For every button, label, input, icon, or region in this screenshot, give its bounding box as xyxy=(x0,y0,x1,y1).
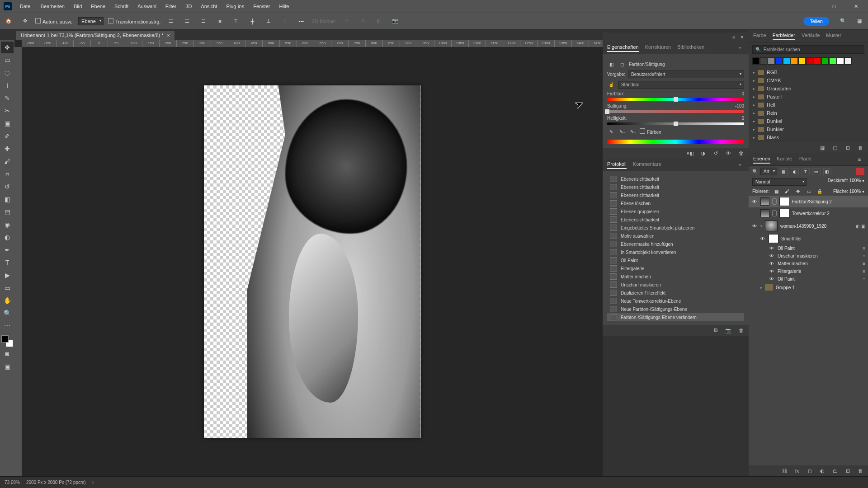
history-item[interactable]: Neue Tonwertkorrektur-Ebene xyxy=(607,297,744,305)
menu-fenster[interactable]: Fenster xyxy=(250,2,274,11)
eye-icon[interactable]: 👁 xyxy=(769,246,775,251)
sample-eyedropper-icon[interactable]: ✎ xyxy=(607,128,615,135)
reset-icon[interactable]: ↺ xyxy=(712,150,720,157)
eraser-tool[interactable]: ◧ xyxy=(1,193,14,205)
gradient-tool[interactable]: ▤ xyxy=(1,206,14,218)
layer-style-icon[interactable]: fx xyxy=(793,467,801,474)
menu-auswahl[interactable]: Auswahl xyxy=(134,2,160,11)
smart-badge-icon[interactable]: ◐ ▣ xyxy=(856,224,865,229)
eye-icon[interactable]: 👁 xyxy=(769,253,775,258)
history-item[interactable]: Ebenensichtbarkeit xyxy=(607,216,744,224)
filter-blend-icon[interactable]: ≡ xyxy=(863,253,865,258)
delete-swatch-icon[interactable]: 🗑 xyxy=(856,144,864,151)
swatch-folder[interactable]: ▸Pastell xyxy=(749,93,868,101)
swatch[interactable] xyxy=(791,57,798,65)
subtract-eyedropper-icon[interactable]: ✎₋ xyxy=(629,128,637,135)
new-group-icon[interactable]: ▢ xyxy=(831,144,839,151)
create-document-from-state-icon[interactable]: 🖻 xyxy=(712,327,720,334)
link-icon[interactable] xyxy=(772,198,777,205)
new-layer-icon[interactable]: ⊞ xyxy=(844,467,852,474)
filter-type-icon[interactable]: T xyxy=(802,168,810,175)
swatch[interactable] xyxy=(821,57,829,65)
mask-thumb[interactable] xyxy=(779,197,789,206)
eye-icon[interactable]: 👁 xyxy=(769,277,775,282)
hue-slider[interactable]: Farbton:0 xyxy=(607,91,744,101)
menu-hilfe[interactable]: Hilfe xyxy=(275,2,292,11)
panel-menu-icon[interactable]: ≡ xyxy=(736,44,744,52)
layer-row[interactable]: 👁 ▾ woman-1439909_1920 ◐ ▣ xyxy=(749,219,868,233)
layer-tree[interactable]: 👁 Farbton/Sättigung 2 Tonwertkorrektur 2… xyxy=(749,196,868,465)
delete-layer-icon[interactable]: 🗑 xyxy=(856,467,864,474)
move-tool[interactable]: ✥ xyxy=(1,42,14,53)
new-group-icon[interactable]: 🗀 xyxy=(831,467,839,474)
color-range-dropdown[interactable]: Standard xyxy=(618,81,744,89)
type-tool[interactable]: T xyxy=(1,257,14,268)
swatch-folder[interactable]: ▸Dunkel xyxy=(749,117,868,125)
smartfilter-item[interactable]: 👁Filtergalerie≡ xyxy=(749,267,868,275)
minimize-button[interactable]: — xyxy=(804,4,821,9)
marquee-tool[interactable]: ◌ xyxy=(1,67,14,79)
more-icon[interactable]: ••• xyxy=(295,15,307,27)
share-button[interactable]: Teilen xyxy=(803,17,829,26)
layer-name[interactable]: Gruppe 1 xyxy=(776,285,795,290)
kind-filter-dropdown[interactable]: Art xyxy=(760,168,777,175)
screen-mode-icon[interactable]: ▣ xyxy=(1,361,14,372)
swatch[interactable] xyxy=(783,57,790,65)
lock-position-icon[interactable]: ✥ xyxy=(794,188,802,195)
history-item[interactable]: Ebenen gruppieren xyxy=(607,207,744,216)
close-button[interactable]: ✕ xyxy=(847,4,864,9)
distribute-icon[interactable]: ≡ xyxy=(214,15,226,27)
quick-mask-icon[interactable]: ◙ xyxy=(1,348,14,360)
shape-tool[interactable]: ▭ xyxy=(1,282,14,294)
close-panel-icon[interactable]: × xyxy=(738,33,746,41)
lock-transparent-icon[interactable]: ▦ xyxy=(772,188,780,195)
zoom-readout[interactable]: 73,08% xyxy=(5,480,20,485)
menu-bild[interactable]: Bild xyxy=(70,2,85,11)
history-brush-tool[interactable]: ↺ xyxy=(1,181,14,192)
search-icon[interactable]: 🔍 xyxy=(837,15,849,27)
saturation-thumb[interactable] xyxy=(605,109,609,114)
align-left-icon[interactable]: ☰ xyxy=(165,15,177,27)
lock-artboard-icon[interactable]: ▭ xyxy=(805,188,813,195)
link-icon[interactable] xyxy=(772,210,777,216)
blur-tool[interactable]: ◉ xyxy=(1,219,14,230)
lightness-thumb[interactable] xyxy=(674,122,678,126)
history-list[interactable]: EbenensichtbarkeitEbenensichtbarkeitEben… xyxy=(603,171,749,325)
tab-eigenschaften[interactable]: Eigenschaften xyxy=(607,44,639,52)
history-item[interactable]: Duplizieren Filtereffekt xyxy=(607,289,744,297)
swatch-folder[interactable]: ▸Rein xyxy=(749,109,868,117)
history-item[interactable]: Ebenensichtbarkeit xyxy=(607,183,744,191)
align-center-icon[interactable]: ☰ xyxy=(181,15,193,27)
healing-tool[interactable]: ✚ xyxy=(1,143,14,155)
artboard-tool[interactable]: ▭ xyxy=(1,54,14,66)
workspace-icon[interactable]: ▦ xyxy=(854,15,865,27)
history-item[interactable]: Oil Paint xyxy=(607,256,744,264)
swatch[interactable] xyxy=(837,57,844,65)
saturation-slider[interactable]: Sättigung:-100 xyxy=(607,103,744,113)
swatch-folder[interactable]: ▸Dunkler xyxy=(749,125,868,133)
move-tool-icon[interactable]: ✥ xyxy=(19,15,31,27)
maximize-button[interactable]: □ xyxy=(826,4,843,9)
swatch-folder[interactable]: ▸RGB xyxy=(749,68,868,76)
swatch-search[interactable]: 🔍 Farbfelder suchen xyxy=(752,45,864,54)
menu-plugins[interactable]: Plug-ins xyxy=(222,2,248,11)
swatch[interactable] xyxy=(806,57,813,65)
history-item[interactable]: Motiv auswählen xyxy=(607,232,744,240)
colorize-checkbox[interactable]: Färben xyxy=(640,128,661,135)
swatch-folder[interactable]: ▸CMYK xyxy=(749,76,868,84)
tab-bibliotheken[interactable]: Bibliotheken xyxy=(677,44,704,52)
eye-icon[interactable]: 👁 xyxy=(751,199,758,204)
lock-pixels-icon[interactable]: 🖌 xyxy=(783,188,791,195)
smartfilter-header[interactable]: 👁 Smartfilter xyxy=(749,233,868,244)
stamp-tool[interactable]: ⧈ xyxy=(1,168,14,180)
tab-kommentare[interactable]: Kommentare xyxy=(633,161,661,169)
filter-adjust-icon[interactable]: ◐ xyxy=(791,168,799,175)
hue-thumb[interactable] xyxy=(674,97,678,102)
brush-tool[interactable]: 🖌 xyxy=(1,155,14,167)
layer-row[interactable]: ▸ Gruppe 1 xyxy=(749,283,868,292)
eye-icon[interactable]: 👁 xyxy=(760,236,766,241)
color-range-strip[interactable] xyxy=(607,140,744,144)
swatch[interactable] xyxy=(775,57,783,65)
swatch-folder[interactable]: ▸Blass xyxy=(749,133,868,141)
filter-toggle-switch[interactable] xyxy=(856,168,864,175)
